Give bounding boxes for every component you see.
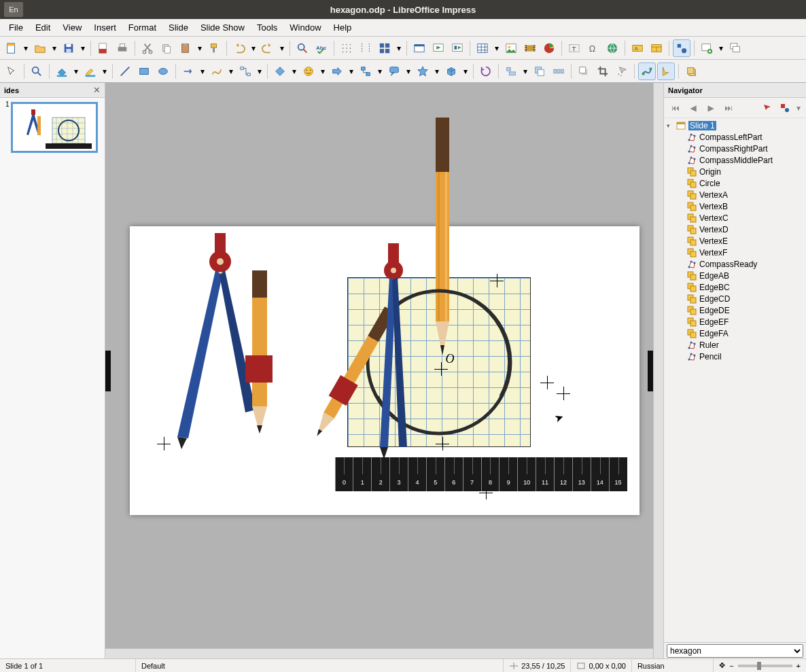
cut-button[interactable]: [139, 39, 156, 57]
toggle-point-edit-button[interactable]: [638, 63, 656, 80]
symbol-shapes-button[interactable]: [300, 63, 317, 80]
redo-dropdown[interactable]: ▾: [278, 39, 286, 57]
navigator-document-dropdown[interactable]: hexagon: [667, 644, 803, 658]
arrow-line-dropdown[interactable]: ▾: [198, 63, 207, 80]
connector-tool-dropdown[interactable]: ▾: [256, 63, 264, 80]
menu-window[interactable]: Window: [283, 20, 327, 35]
duplicate-slide-button[interactable]: [726, 39, 744, 57]
open-button[interactable]: [31, 39, 49, 57]
shadow-button[interactable]: [575, 63, 593, 80]
navigator-document-select[interactable]: hexagon: [664, 642, 806, 658]
slide-edit-area[interactable]: O: [105, 83, 663, 658]
ruler-shape[interactable]: 0 1 2 3 4 5 6 7 8 9 10 11 12 13 14 15: [335, 457, 627, 491]
navigator-object-node[interactable]: VertexA: [667, 189, 803, 200]
save-button[interactable]: [60, 39, 77, 57]
navigator-object-node[interactable]: CompassLeftPart: [667, 131, 803, 143]
origin-crosshair[interactable]: [434, 362, 448, 376]
symbol-shapes-dropdown[interactable]: ▾: [319, 63, 327, 80]
navigator-object-node[interactable]: Pencil: [667, 351, 803, 362]
connector-tool-button[interactable]: [236, 63, 254, 80]
3d-objects-dropdown[interactable]: ▾: [461, 63, 470, 80]
menu-view[interactable]: View: [56, 20, 88, 35]
insert-chart-button[interactable]: [540, 39, 558, 57]
start-from-current-button[interactable]: [449, 39, 466, 57]
undo-dropdown[interactable]: ▾: [249, 39, 258, 57]
navigator-object-node[interactable]: VertexB: [667, 200, 803, 212]
navigator-tree[interactable]: ▾ Slide 1 CompassLeftPartCompassRightPar…: [664, 118, 806, 642]
navigator-object-node[interactable]: EdgeCD: [667, 293, 803, 304]
insert-table-button[interactable]: [474, 39, 491, 57]
menu-slide[interactable]: Slide: [162, 20, 194, 35]
align-objects-dropdown[interactable]: ▾: [521, 63, 529, 80]
ellipse-tool-button[interactable]: [154, 63, 172, 80]
line-color-dropdown[interactable]: ▾: [101, 63, 109, 80]
navigator-object-node[interactable]: VertexE: [667, 235, 803, 247]
keyboard-lang-indicator[interactable]: En: [4, 2, 23, 17]
navigator-object-node[interactable]: EdgeAB: [667, 270, 803, 281]
filter-button[interactable]: [613, 63, 631, 80]
crosshair-marker[interactable]: [540, 376, 554, 389]
find-replace-button[interactable]: [294, 39, 311, 57]
fit-page-icon[interactable]: ✥: [719, 661, 725, 670]
slides-panel-close-icon[interactable]: ✕: [93, 85, 101, 95]
arrange-button[interactable]: [531, 63, 548, 80]
paste-dropdown[interactable]: ▾: [196, 39, 204, 57]
export-pdf-button[interactable]: [94, 39, 112, 57]
callout-shapes-dropdown[interactable]: ▾: [404, 63, 413, 80]
navigator-object-node[interactable]: Origin: [667, 166, 803, 177]
line-color-button[interactable]: [82, 63, 99, 80]
crosshair-marker[interactable]: [490, 274, 504, 287]
status-master[interactable]: Default: [136, 659, 504, 672]
crosshair-marker[interactable]: [557, 387, 570, 400]
navigator-object-node[interactable]: VertexD: [667, 224, 803, 235]
crosshair-marker[interactable]: [436, 437, 449, 450]
star-shapes-button[interactable]: [414, 63, 432, 80]
block-arrows-dropdown[interactable]: ▾: [347, 63, 355, 80]
grid-toggle-button[interactable]: [338, 39, 355, 57]
nav-first-slide-button[interactable]: ⏮: [668, 101, 683, 116]
navigator-object-node[interactable]: VertexF: [667, 247, 803, 258]
navigator-object-node[interactable]: EdgeBC: [667, 281, 803, 293]
save-dropdown[interactable]: ▾: [79, 39, 87, 57]
nav-next-slide-button[interactable]: ▶: [703, 101, 718, 116]
new-slide-dropdown[interactable]: ▾: [717, 39, 725, 57]
redo-button[interactable]: [259, 39, 277, 57]
paste-button[interactable]: [177, 39, 194, 57]
slide-canvas[interactable]: O: [130, 226, 639, 515]
compass-left-shape[interactable]: [150, 233, 273, 457]
slide-layout-button[interactable]: [648, 39, 665, 57]
basic-shapes-dropdown[interactable]: ▾: [290, 63, 298, 80]
menu-help[interactable]: Help: [328, 20, 358, 35]
fill-color-dropdown[interactable]: ▾: [72, 63, 80, 80]
insert-hyperlink-button[interactable]: [603, 39, 621, 57]
navigator-object-node[interactable]: VertexC: [667, 212, 803, 224]
print-button[interactable]: [113, 39, 131, 57]
navigator-object-node[interactable]: CompassRightPart: [667, 143, 803, 154]
navigator-object-node[interactable]: CompassMiddlePart: [667, 154, 803, 166]
navigator-slide-node[interactable]: ▾ Slide 1: [667, 120, 803, 131]
crosshair-marker[interactable]: [157, 437, 171, 450]
snap-guides-button[interactable]: [357, 39, 374, 57]
zoom-pan-button[interactable]: [28, 63, 46, 80]
start-from-first-button[interactable]: [430, 39, 447, 57]
nav-dragmode-button[interactable]: [760, 101, 775, 116]
insert-fontwork-button[interactable]: A: [629, 39, 646, 57]
curve-tool-button[interactable]: [208, 63, 226, 80]
open-dropdown[interactable]: ▾: [50, 39, 58, 57]
curve-tool-dropdown[interactable]: ▾: [227, 63, 235, 80]
line-tool-button[interactable]: [116, 63, 134, 80]
nav-shapes-button[interactable]: [777, 101, 792, 116]
navigator-object-node[interactable]: EdgeEF: [667, 316, 803, 328]
distribute-button[interactable]: [550, 63, 567, 80]
navigator-object-node[interactable]: EdgeFA: [667, 328, 803, 339]
glue-points-button[interactable]: [657, 63, 675, 80]
star-shapes-dropdown[interactable]: ▾: [433, 63, 441, 80]
nav-prev-slide-button[interactable]: ◀: [686, 101, 701, 116]
copy-button[interactable]: [158, 39, 175, 57]
undo-button[interactable]: [230, 39, 248, 57]
display-views-button[interactable]: [376, 39, 393, 57]
menu-format[interactable]: Format: [122, 20, 162, 35]
display-views-dropdown[interactable]: ▾: [395, 39, 403, 57]
callout-shapes-button[interactable]: [385, 63, 403, 80]
new-slide-button[interactable]: [698, 39, 716, 57]
